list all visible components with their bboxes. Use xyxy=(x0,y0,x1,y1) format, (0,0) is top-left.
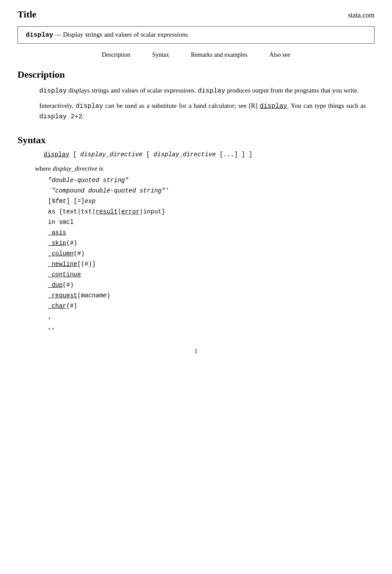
description-para2: Interactively, display can be used as a … xyxy=(39,101,366,122)
display-example: display 2+2 xyxy=(39,113,82,120)
directive-in-smcl: in smcl xyxy=(48,219,375,226)
nav-remarks[interactable]: Remarks and examples xyxy=(191,52,248,58)
nav-description[interactable]: Description xyxy=(102,52,130,58)
command-dash: — xyxy=(55,31,61,38)
syntax-where: where display_directive is xyxy=(35,165,375,172)
command-name: display xyxy=(26,31,53,39)
directive-double-comma: ,, xyxy=(48,323,375,330)
directive-newline: _newline[(#)] xyxy=(48,261,375,268)
syntax-ellipsis: [...] xyxy=(219,151,238,158)
directive-as: as {text|txt|result|error|input} xyxy=(48,208,375,215)
page-number: 1 xyxy=(194,348,198,354)
directive-request: _request(macname) xyxy=(48,292,375,299)
syntax-bracket-open: [ xyxy=(73,151,76,158)
directive-double-quoted: "double-quoted string" xyxy=(48,177,375,184)
syntax-bracket-open-2: [ xyxy=(146,151,150,158)
display-inline-1: display xyxy=(39,87,67,95)
description-section: Description display displays strings and… xyxy=(17,69,375,122)
display-link[interactable]: display xyxy=(260,103,287,110)
description-heading: Description xyxy=(17,69,375,80)
command-box: display — Display strings and values of … xyxy=(17,26,375,44)
syntax-directive-1: display_directive xyxy=(80,151,143,158)
syntax-heading: Syntax xyxy=(17,134,375,146)
syntax-command-line: display [ display_directive [ display_di… xyxy=(44,151,375,158)
description-para1: display displays strings and values of s… xyxy=(39,86,366,96)
directive-asis: _asis xyxy=(48,229,375,236)
command-description: Display strings and values of scalar exp… xyxy=(63,31,188,38)
nav-bar: Description Syntax Remarks and examples … xyxy=(17,52,375,58)
display-inline-3: display xyxy=(76,103,103,110)
directive-dup: _dup(#) xyxy=(48,282,375,289)
stata-logo: stata.com xyxy=(348,11,375,19)
display-inline-2: display xyxy=(198,87,225,95)
directive-char: _char(#) xyxy=(48,302,375,309)
nav-syntax[interactable]: Syntax xyxy=(152,52,169,58)
page-footer: 1 xyxy=(17,348,375,355)
syntax-bracket-close: ] ] xyxy=(242,151,252,158)
directive-continue: _continue xyxy=(48,271,375,278)
directive-skip: _skip(#) xyxy=(48,240,375,247)
directive-compound-quoted: `"compound double-quoted string"' xyxy=(48,187,375,194)
syntax-directive-term: display_directive xyxy=(52,165,97,172)
directive-fmt: [%fmt] [=]exp xyxy=(48,198,375,205)
directive-comma: , xyxy=(48,313,375,320)
display-cmd-underline: display xyxy=(44,151,69,158)
nav-also-see[interactable]: Also see xyxy=(269,52,290,58)
syntax-section: Syntax display [ display_directive [ dis… xyxy=(17,134,375,330)
page-title: Title xyxy=(17,9,37,20)
directive-column: _column(#) xyxy=(48,250,375,257)
syntax-directive-2: display_directive xyxy=(153,151,216,158)
page-header: Title stata.com xyxy=(17,9,375,20)
